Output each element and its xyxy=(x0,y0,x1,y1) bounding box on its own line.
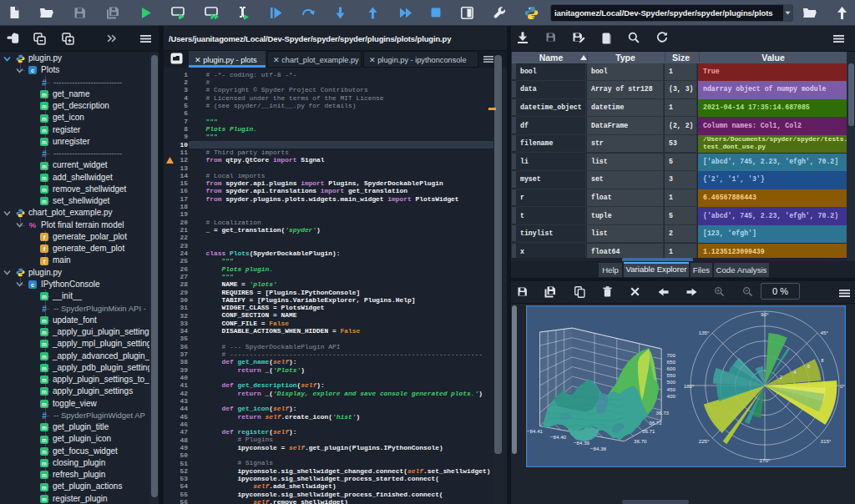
svg-text:m: m xyxy=(42,436,47,442)
svg-text:m: m xyxy=(42,365,47,371)
svg-text:2: 2 xyxy=(780,375,782,380)
svg-text:450: 450 xyxy=(667,386,676,392)
svg-text:m: m xyxy=(42,353,47,359)
svg-text:#: # xyxy=(42,305,47,313)
svg-text:c: c xyxy=(31,281,34,289)
svg-text:m: m xyxy=(42,115,47,121)
svg-text:m: m xyxy=(42,330,47,335)
svg-text:90°: 90° xyxy=(761,311,769,317)
svg-text:550: 550 xyxy=(667,372,676,378)
svg-text:m: m xyxy=(42,341,47,347)
svg-text:180°: 180° xyxy=(684,383,695,389)
svg-text:c: c xyxy=(31,67,34,74)
svg-text:−84.39: −84.39 xyxy=(574,440,590,446)
svg-text:m: m xyxy=(42,294,47,300)
svg-text:m: m xyxy=(42,174,47,180)
svg-text:m: m xyxy=(42,92,47,98)
svg-text:135°: 135° xyxy=(699,330,710,335)
svg-text:m: m xyxy=(42,389,47,395)
svg-text:m: m xyxy=(42,187,47,193)
svg-text:−84.38: −84.38 xyxy=(590,446,607,451)
svg-text:m: m xyxy=(42,139,47,145)
svg-text:36.72: 36.72 xyxy=(649,420,662,426)
svg-text:36.70: 36.70 xyxy=(634,438,647,444)
svg-text:m: m xyxy=(42,103,47,109)
svg-text:m: m xyxy=(42,461,47,466)
svg-text:−84.41: −84.41 xyxy=(527,428,544,434)
svg-text:m: m xyxy=(42,127,47,133)
svg-text:#: # xyxy=(42,149,47,158)
svg-text:36.71: 36.71 xyxy=(642,428,655,434)
svg-text:650: 650 xyxy=(667,359,676,365)
svg-text:m: m xyxy=(42,163,47,169)
svg-text:500: 500 xyxy=(667,379,676,385)
svg-text:315°: 315° xyxy=(821,438,832,444)
svg-text:m: m xyxy=(42,496,47,501)
svg-text:%: % xyxy=(29,221,37,229)
svg-text:400: 400 xyxy=(667,393,676,399)
svg-text:m: m xyxy=(42,472,47,478)
svg-text:m: m xyxy=(42,484,47,490)
svg-text:m: m xyxy=(42,377,47,383)
svg-text:225°: 225° xyxy=(699,438,710,444)
svg-text:600: 600 xyxy=(667,365,676,371)
svg-text:36.73: 36.73 xyxy=(656,410,670,416)
svg-text:m: m xyxy=(42,199,47,204)
svg-text:6: 6 xyxy=(807,364,810,369)
svg-text:8: 8 xyxy=(821,358,823,363)
svg-text:0°: 0° xyxy=(840,383,845,389)
svg-text:m: m xyxy=(42,448,47,454)
svg-text:270°: 270° xyxy=(760,457,771,463)
svg-text:45°: 45° xyxy=(821,330,829,335)
svg-text:#: # xyxy=(42,411,47,420)
svg-text:m: m xyxy=(42,318,47,324)
svg-text:−84.40: −84.40 xyxy=(550,434,567,440)
svg-text:m: m xyxy=(42,401,47,406)
svg-text:m: m xyxy=(42,425,47,431)
svg-text:#: # xyxy=(42,78,47,87)
svg-text:700: 700 xyxy=(667,352,676,358)
